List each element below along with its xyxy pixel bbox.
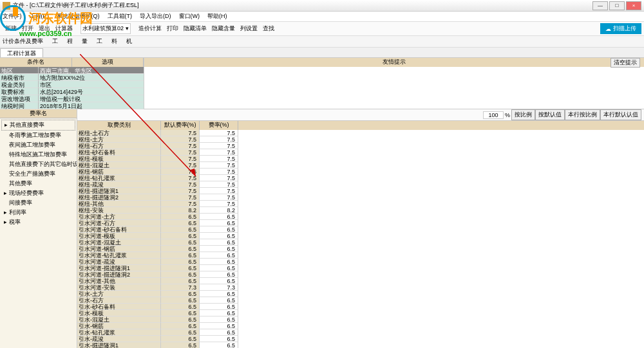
grid-row[interactable]: 引水河道-疏浚6.56.5 (77, 259, 644, 265)
grid-rate[interactable]: 7.5 (200, 188, 238, 194)
toolbar-button[interactable]: 退出 (36, 23, 53, 34)
toolbar-button[interactable]: 隐藏清单 (181, 23, 209, 34)
tree-item[interactable]: 其他直接费下的其它临时设施费率 (1, 160, 75, 169)
grid-row[interactable]: 引水-疏浚6.56.5 (77, 336, 644, 342)
menu-item[interactable]: 窗口(W) (179, 12, 200, 21)
subtab-item[interactable]: 量 (82, 37, 88, 46)
grid-row[interactable]: 引水-混凝土6.56.5 (77, 316, 644, 323)
grid-rate[interactable]: 7.5 (200, 149, 238, 156)
grid-rate[interactable]: 7.5 (200, 156, 238, 162)
grid-rate[interactable]: 6.5 (200, 271, 238, 278)
tree-item[interactable]: 安全生产措施费率 (1, 169, 75, 179)
grid-row[interactable]: 枢纽-土石方7.57.5 (77, 130, 644, 136)
toolbar-button[interactable]: 造价计算 (136, 23, 164, 34)
cond-row[interactable]: 纳税时间2018年5月1日起 (0, 102, 144, 109)
grid-row[interactable]: 引水河道-砂石备料6.56.5 (77, 226, 644, 233)
grid-rate[interactable]: 6.5 (200, 278, 238, 284)
grid-row[interactable]: 引水-模板6.56.5 (77, 310, 644, 316)
minimize-button[interactable]: — (592, 1, 608, 10)
template-select[interactable]: 水利建筑预算02 ▾ (80, 23, 131, 34)
grid-row[interactable]: 引水河道-钢筋6.56.5 (77, 246, 644, 252)
grid-row[interactable]: 枢纽-砂石备料7.57.5 (77, 149, 644, 156)
grid-row[interactable]: 引水河道-掘进隧洞16.56.5 (77, 265, 644, 271)
grid-rate[interactable]: 6.5 (200, 291, 238, 297)
grid-rate[interactable]: 6.5 (200, 233, 238, 239)
grid-rate[interactable]: 7.5 (200, 181, 238, 188)
tree-item[interactable]: ▸ 利润率 (1, 208, 75, 217)
grid-rate[interactable]: 6.5 (200, 265, 238, 271)
tab-calculator[interactable]: 工程计算器 (0, 48, 43, 57)
grid-rate[interactable]: 6.5 (200, 252, 238, 259)
grid-row[interactable]: 枢纽-疏浚7.57.5 (77, 181, 644, 188)
grid-row[interactable]: 引水-掘进隧洞16.56.5 (77, 342, 644, 348)
grid-row[interactable]: 枢纽-土方7.57.5 (77, 136, 644, 143)
grid-rate[interactable]: 6.5 (200, 246, 238, 252)
subtab-item[interactable]: 计价条件及费率 (3, 37, 43, 46)
grid-row[interactable]: 引水-石方6.56.5 (77, 297, 644, 304)
toolbar-button[interactable]: 隐藏含量 (209, 23, 238, 34)
subtab-item[interactable]: 工 (97, 37, 102, 46)
upload-button[interactable]: ☁ 扫描上传 (600, 23, 641, 34)
grid-rate[interactable]: 6.5 (200, 310, 238, 316)
cond-row[interactable]: 地区西南三市南、华东区 (0, 67, 144, 74)
grid-row[interactable]: 引水河道-安装7.37.3 (77, 284, 644, 291)
tree-item[interactable]: 间接费率 (1, 198, 75, 208)
grid-row[interactable]: 枢纽-掘进隧洞17.57.5 (77, 188, 644, 194)
grid-rate[interactable]: 7.5 (200, 194, 238, 201)
maximize-button[interactable]: □ (609, 1, 625, 10)
toolbar-button[interactable]: 查找 (260, 23, 277, 34)
toolbar-button[interactable]: 计算器 (53, 23, 75, 34)
cond-row[interactable]: 取费标准水总[2014]429号 (0, 88, 144, 95)
grid-rate[interactable]: 7.5 (200, 136, 238, 143)
grid-row[interactable]: 引水河道-石方6.56.5 (77, 220, 644, 226)
close-button[interactable]: × (626, 1, 641, 10)
tree-item[interactable]: 特殊地区施工增加费率 (1, 150, 75, 160)
subtab-item[interactable]: 料 (111, 37, 117, 46)
grid-action-button[interactable]: 按比例 (511, 109, 535, 120)
tree-item[interactable]: 冬雨季施工增加费率 (1, 131, 75, 140)
grid-rate[interactable]: 7.5 (200, 143, 238, 149)
cond-row[interactable]: 营改增选项增值税一般计税 (0, 95, 144, 102)
grid-row[interactable]: 引水-钢筋6.56.5 (77, 323, 644, 329)
grid-action-button[interactable]: 本行按比例 (565, 109, 600, 120)
grid-row[interactable]: 枢纽-掘进隧洞27.57.5 (77, 194, 644, 201)
grid-rate[interactable]: 6.5 (200, 329, 238, 336)
grid-rate[interactable]: 6.5 (200, 316, 238, 323)
grid-row[interactable]: 引水河道-土方6.56.5 (77, 214, 644, 220)
grid-rate[interactable]: 7.5 (200, 169, 238, 175)
grid-rate[interactable]: 8.2 (200, 207, 238, 214)
menu-item[interactable]: 帮助(H) (207, 12, 227, 21)
tree-item[interactable]: ▸ 现场经费费率 (1, 188, 75, 198)
grid-rate[interactable]: 6.5 (200, 239, 238, 246)
grid-rate[interactable]: 6.5 (200, 304, 238, 310)
subtab-item[interactable]: 程 (67, 37, 73, 46)
toolbar-button[interactable]: 打开 (19, 23, 36, 34)
grid-rate[interactable]: 6.5 (200, 214, 238, 220)
grid-row[interactable]: 引水-砂石备料6.56.5 (77, 304, 644, 310)
grid-row[interactable]: 引水河道-混凝土6.56.5 (77, 239, 644, 246)
grid-row[interactable]: 枢纽-其他7.57.5 (77, 201, 644, 207)
menu-item[interactable]: 导入导出(D) (140, 12, 171, 21)
grid-row[interactable]: 枢纽-安装8.28.2 (77, 207, 644, 214)
menu-item[interactable]: 文件(F) (3, 12, 22, 21)
clear-tip-button[interactable]: 清空提示 (611, 58, 640, 68)
subtab-item[interactable]: 工 (52, 37, 58, 46)
grid-rate[interactable]: 7.5 (200, 201, 238, 207)
toolbar-button[interactable]: 打印 (164, 23, 181, 34)
grid-row[interactable]: 引水-土方6.56.5 (77, 291, 644, 297)
grid-rate[interactable]: 6.5 (200, 226, 238, 233)
tree-item[interactable]: 其他费率 (1, 179, 75, 188)
grid-row[interactable]: 枢纽-石方7.57.5 (77, 143, 644, 149)
cond-row[interactable]: 纳税省市地方附加XX%2位 (0, 74, 144, 81)
grid-rate[interactable]: 6.5 (200, 220, 238, 226)
grid-rate[interactable]: 6.5 (200, 342, 238, 348)
grid-row[interactable]: 枢纽-混凝土7.57.5 (77, 162, 644, 169)
tree-item[interactable]: 夜间施工增加费率 (1, 140, 75, 150)
grid-row[interactable]: 枢纽-钻孔灌浆7.57.5 (77, 175, 644, 181)
grid-rate[interactable]: 6.5 (200, 323, 238, 329)
percent-input[interactable] (483, 111, 504, 119)
toolbar-button[interactable]: 新建 (3, 23, 19, 34)
menu-item[interactable]: 工具箱(T) (108, 12, 133, 21)
grid-rate[interactable]: 7.3 (200, 284, 238, 291)
grid-row[interactable]: 枢纽-模板7.57.5 (77, 156, 644, 162)
